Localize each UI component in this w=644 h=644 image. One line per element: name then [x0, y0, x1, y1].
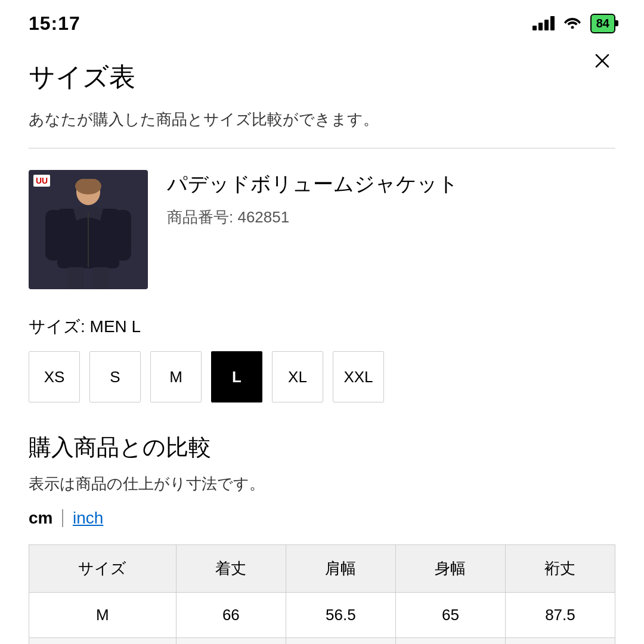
- table-cell-size-l: L: [29, 638, 177, 645]
- unit-divider-line: [62, 509, 63, 527]
- table-header-length: 着丈: [176, 545, 286, 593]
- close-icon: [594, 52, 611, 69]
- table-cell-length: 66: [176, 593, 286, 638]
- svg-rect-8: [67, 267, 84, 289]
- table-cell-shoulder-l: 58: [286, 638, 395, 645]
- table-cell-chest-l: 68: [395, 638, 505, 645]
- size-l[interactable]: L: [211, 351, 262, 402]
- svg-rect-7: [114, 210, 131, 261]
- table-header-size: サイズ: [29, 545, 177, 593]
- table-cell-shoulder: 56.5: [286, 593, 395, 638]
- product-image: UU: [29, 170, 148, 289]
- product-name: パデッドボリュームジャケット: [167, 170, 615, 199]
- page-subtitle: あなたが購入した商品とサイズ比較ができます。: [29, 109, 615, 130]
- status-icons: 84: [532, 14, 615, 33]
- table-cell-sleeve: 87.5: [505, 593, 615, 638]
- product-info: パデッドボリュームジャケット 商品番号: 462851: [167, 170, 615, 228]
- unit-toggle: cm inch: [29, 509, 615, 528]
- size-xxl[interactable]: XXL: [333, 351, 384, 402]
- table-row: M 66 56.5 65 87.5: [29, 593, 615, 638]
- divider: [29, 148, 615, 148]
- svg-rect-9: [92, 267, 109, 289]
- size-options: XS S M L XL XXL: [29, 351, 615, 402]
- table-cell-length-l: 68: [176, 638, 286, 645]
- table-header-chest: 身幅: [395, 545, 505, 593]
- table-cell-sleeve-l: 90: [505, 638, 615, 645]
- size-xs[interactable]: XS: [29, 351, 80, 402]
- signal-icon: [532, 16, 555, 30]
- table-row-highlighted: L 68 58 68 90: [29, 638, 615, 645]
- product-card: UU パデッドボリュームジャケット: [29, 170, 615, 289]
- status-bar: 15:17 84: [0, 0, 644, 42]
- unit-cm[interactable]: cm: [29, 509, 52, 528]
- table-header-sleeve: 裄丈: [505, 545, 615, 593]
- size-label: サイズ: MEN L: [29, 315, 615, 338]
- table-header-shoulder: 肩幅: [286, 545, 395, 593]
- product-id: 商品番号: 462851: [167, 207, 615, 228]
- comparison-title: 購入商品との比較: [29, 432, 615, 463]
- comparison-note: 表示は商品の仕上がり寸法です。: [29, 473, 615, 494]
- size-s[interactable]: S: [89, 351, 141, 402]
- svg-point-0: [571, 26, 574, 29]
- battery-icon: 84: [590, 14, 615, 33]
- size-xl[interactable]: XL: [272, 351, 323, 402]
- status-time: 15:17: [29, 13, 80, 35]
- main-content: サイズ表 あなたが購入した商品とサイズ比較ができます。 UU: [0, 42, 644, 644]
- size-table: サイズ 着丈 肩幅 身幅 裄丈 M 66 56.5 65 87.5 L 68 5…: [29, 544, 615, 644]
- size-m[interactable]: M: [150, 351, 202, 402]
- product-figure: [41, 179, 136, 289]
- svg-rect-6: [45, 210, 62, 261]
- unit-inch[interactable]: inch: [73, 509, 103, 528]
- page-title: サイズ表: [29, 60, 615, 95]
- table-cell-size: M: [29, 593, 177, 638]
- table-cell-chest: 65: [395, 593, 505, 638]
- close-button[interactable]: [589, 48, 615, 74]
- wifi-icon: [563, 14, 582, 33]
